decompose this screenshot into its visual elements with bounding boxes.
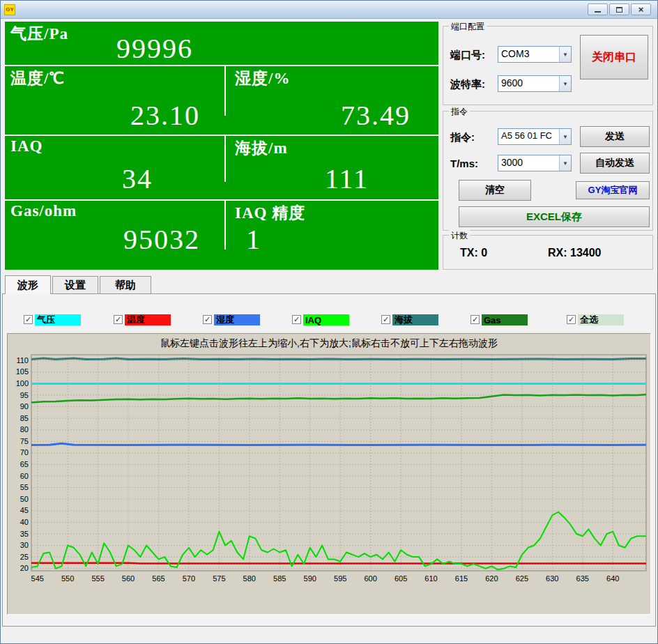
command-group: 指令 指令: A5 56 01 FC ▼ 发送 T/ms: 3000 ▼ 自动发… bbox=[443, 111, 653, 231]
chart-panel: 鼠标左键点击波形往左上为缩小,右下为放大;鼠标右击不放可上下左右拖动波形 202… bbox=[7, 333, 651, 615]
select-all-checkbox[interactable]: ✓ bbox=[567, 315, 576, 324]
svg-text:580: 580 bbox=[243, 574, 256, 583]
chevron-down-icon[interactable]: ▼ bbox=[559, 76, 571, 91]
legend-temperature-label: 温度 bbox=[125, 314, 171, 325]
legend-select-all: ✓ 全选 bbox=[567, 314, 624, 325]
svg-text:560: 560 bbox=[122, 574, 135, 583]
legend-pressure-label: 气压 bbox=[35, 314, 81, 325]
humidity-value: 73.49 bbox=[341, 99, 411, 132]
gas-checkbox[interactable]: ✓ bbox=[470, 315, 480, 324]
taobao-link-button[interactable]: GY淘宝官网 bbox=[576, 181, 650, 199]
svg-text:75: 75 bbox=[20, 437, 29, 445]
pressure-cell: 气压/Pa 99996 bbox=[5, 22, 438, 66]
port-select[interactable]: COM3 ▼ bbox=[498, 46, 572, 63]
svg-text:600: 600 bbox=[364, 574, 376, 583]
svg-text:590: 590 bbox=[304, 574, 316, 583]
svg-text:620: 620 bbox=[485, 574, 498, 583]
svg-text:30: 30 bbox=[20, 541, 29, 549]
excel-save-button[interactable]: EXCEL保存 bbox=[459, 206, 650, 227]
iaq-label: IAQ bbox=[10, 137, 43, 155]
svg-text:50: 50 bbox=[20, 495, 29, 503]
legend-humidity-label: 湿度 bbox=[214, 314, 260, 325]
svg-text:95: 95 bbox=[20, 391, 29, 399]
legend-select-all-label: 全选 bbox=[578, 314, 624, 325]
humidity-checkbox[interactable]: ✓ bbox=[203, 315, 212, 324]
command-label: 指令: bbox=[450, 131, 475, 144]
baud-rate-select[interactable]: 9600 ▼ bbox=[498, 75, 572, 92]
humidity-cell: 湿度/% 73.49 bbox=[225, 66, 438, 135]
maximize-icon bbox=[616, 7, 622, 13]
maximize-button[interactable] bbox=[609, 3, 629, 15]
tab-settings[interactable]: 设置 bbox=[52, 276, 98, 293]
svg-text:100: 100 bbox=[16, 379, 29, 388]
clear-button[interactable]: 清空 bbox=[459, 180, 531, 201]
send-button[interactable]: 发送 bbox=[580, 126, 650, 147]
svg-text:605: 605 bbox=[395, 574, 407, 583]
port-select-value: COM3 bbox=[498, 47, 559, 62]
command-select[interactable]: A5 56 01 FC ▼ bbox=[498, 128, 572, 145]
iaq-accuracy-label: IAQ 精度 bbox=[235, 202, 305, 224]
svg-text:85: 85 bbox=[20, 414, 29, 422]
auto-send-button[interactable]: 自动发送 bbox=[580, 153, 650, 174]
svg-text:640: 640 bbox=[606, 574, 619, 583]
check-icon: ✓ bbox=[115, 316, 121, 323]
legend-iaq: ✓ IAQ bbox=[292, 314, 349, 325]
close-serial-button[interactable]: 关闭串口 bbox=[580, 35, 648, 79]
svg-text:40: 40 bbox=[20, 518, 29, 526]
svg-text:575: 575 bbox=[213, 574, 225, 583]
svg-text:70: 70 bbox=[20, 448, 29, 457]
svg-text:60: 60 bbox=[20, 472, 29, 480]
svg-text:595: 595 bbox=[334, 574, 346, 583]
check-icon: ✓ bbox=[293, 316, 300, 323]
check-icon: ✓ bbox=[568, 316, 574, 323]
tms-value: 3000 bbox=[498, 155, 559, 171]
svg-text:20: 20 bbox=[20, 564, 29, 572]
tab-waveform[interactable]: 波形 bbox=[5, 275, 51, 294]
sensor-readings-panel: 气压/Pa 99996 温度/℃ 23.10 湿度/% 73.49 IAQ 34… bbox=[5, 22, 438, 270]
pressure-checkbox[interactable]: ✓ bbox=[24, 315, 33, 324]
close-icon: × bbox=[638, 5, 644, 14]
svg-text:65: 65 bbox=[20, 460, 29, 468]
waveform-chart[interactable]: 2025303540455055606570758085909510010511… bbox=[8, 351, 652, 613]
tms-label: T/ms: bbox=[450, 158, 478, 169]
command-value: A5 56 01 FC bbox=[498, 129, 559, 144]
minimize-button[interactable] bbox=[588, 3, 608, 15]
pressure-value: 99996 bbox=[5, 32, 305, 65]
app-icon: GY bbox=[4, 4, 15, 15]
chevron-down-icon[interactable]: ▼ bbox=[559, 47, 571, 62]
temperature-value: 23.10 bbox=[130, 99, 200, 132]
counter-group-label: 计数 bbox=[449, 230, 470, 242]
legend-altitude-label: 海拔 bbox=[392, 314, 438, 325]
titlebar: GY × bbox=[1, 1, 657, 19]
altitude-value: 111 bbox=[325, 162, 369, 195]
iaq-checkbox[interactable]: ✓ bbox=[292, 315, 301, 324]
svg-text:45: 45 bbox=[20, 506, 29, 514]
svg-text:105: 105 bbox=[16, 367, 29, 376]
svg-text:610: 610 bbox=[424, 574, 437, 583]
baud-rate-label: 波特率: bbox=[450, 78, 485, 91]
legend-pressure: ✓ 气压 bbox=[24, 314, 81, 325]
iaq-value: 34 bbox=[122, 162, 153, 195]
chevron-down-icon[interactable]: ▼ bbox=[559, 129, 571, 144]
altitude-label: 海拔/m bbox=[235, 137, 288, 159]
legend-altitude: ✓ 海拔 bbox=[381, 314, 438, 325]
altitude-cell: 海拔/m 111 bbox=[225, 136, 438, 199]
close-button[interactable]: × bbox=[631, 3, 651, 15]
tx-count: TX: 0 bbox=[460, 247, 487, 259]
temperature-checkbox[interactable]: ✓ bbox=[114, 315, 123, 324]
svg-text:90: 90 bbox=[20, 402, 29, 411]
tab-help[interactable]: 帮助 bbox=[100, 276, 151, 293]
gas-cell: Gas/ohm 95032 bbox=[5, 201, 225, 268]
counter-group: 计数 TX: 0 RX: 13400 bbox=[443, 235, 653, 270]
tms-select[interactable]: 3000 ▼ bbox=[498, 155, 572, 171]
gas-value: 95032 bbox=[123, 223, 200, 256]
legend-temperature: ✓ 温度 bbox=[114, 314, 171, 325]
svg-text:25: 25 bbox=[20, 553, 29, 561]
altitude-checkbox[interactable]: ✓ bbox=[381, 315, 390, 324]
legend-gas-label: Gas bbox=[482, 314, 528, 325]
chevron-down-icon[interactable]: ▼ bbox=[559, 155, 571, 171]
svg-text:615: 615 bbox=[455, 574, 468, 583]
svg-text:565: 565 bbox=[152, 574, 164, 583]
svg-text:550: 550 bbox=[61, 574, 74, 583]
svg-text:555: 555 bbox=[91, 574, 104, 583]
